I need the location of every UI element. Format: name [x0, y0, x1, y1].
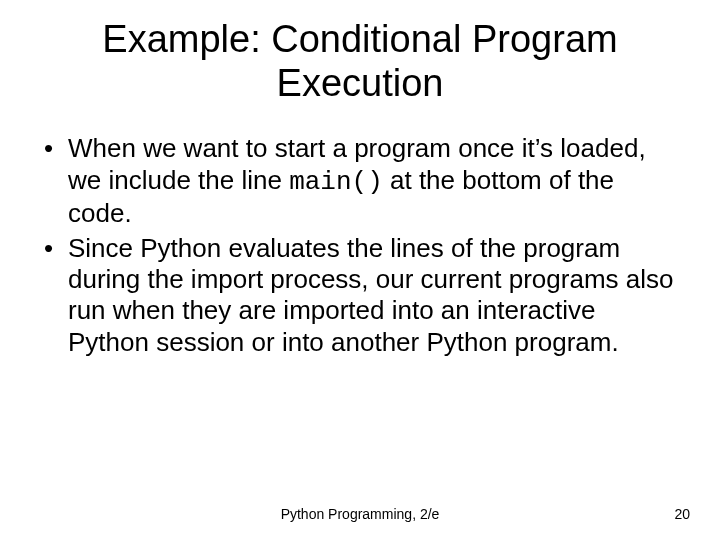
bullet-item: Since Python evaluates the lines of the …: [40, 233, 680, 360]
footer-text: Python Programming, 2/e: [0, 506, 720, 522]
code-span: main(): [289, 167, 383, 197]
page-number: 20: [674, 506, 690, 522]
slide-title: Example: Conditional Program Execution: [40, 18, 680, 105]
bullet-text-pre: Since Python evaluates the lines of the …: [68, 233, 674, 357]
bullet-list: When we want to start a program once it’…: [40, 133, 680, 359]
bullet-item: When we want to start a program once it’…: [40, 133, 680, 229]
slide: Example: Conditional Program Execution W…: [0, 0, 720, 540]
slide-body: When we want to start a program once it’…: [40, 133, 680, 359]
